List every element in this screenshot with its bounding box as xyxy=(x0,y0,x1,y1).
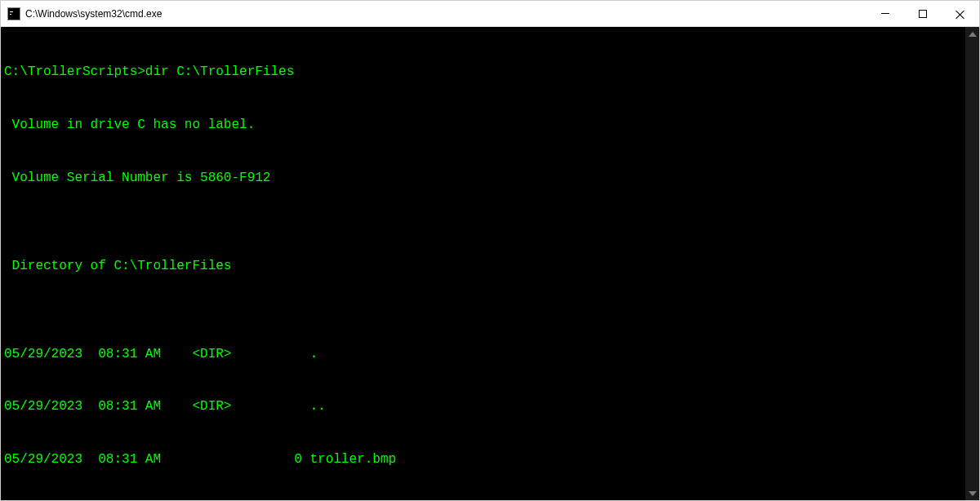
maximize-button[interactable] xyxy=(904,1,942,26)
minimize-button[interactable] xyxy=(866,1,904,26)
window-controls xyxy=(866,1,979,26)
close-button[interactable] xyxy=(942,1,979,26)
minimize-icon xyxy=(881,13,889,14)
scroll-up-arrow-icon[interactable] xyxy=(965,27,979,41)
scrollbar-track[interactable] xyxy=(965,27,979,500)
terminal-line: 05/29/2023 08:31 AM 0 troller.bmp xyxy=(4,451,976,469)
terminal-line: 05/29/2023 08:31 AM <DIR> . xyxy=(4,346,976,364)
close-icon xyxy=(956,9,965,19)
maximize-icon xyxy=(919,10,927,18)
terminal-line: Volume Serial Number is 5860-F912 xyxy=(4,170,976,188)
terminal-line: Directory of C:\TrollerFiles xyxy=(4,258,976,276)
titlebar[interactable]: C:\Windows\system32\cmd.exe xyxy=(1,1,979,27)
cmd-icon xyxy=(7,7,20,20)
terminal-line: Volume in drive C has no label. xyxy=(4,117,976,135)
terminal-line: 05/29/2023 08:31 AM <DIR> .. xyxy=(4,398,976,416)
scroll-down-arrow-icon[interactable] xyxy=(965,486,979,500)
window-title: C:\Windows\system32\cmd.exe xyxy=(25,8,866,20)
terminal-line: C:\TrollerScripts>dir C:\TrollerFiles xyxy=(4,64,976,82)
terminal-output[interactable]: C:\TrollerScripts>dir C:\TrollerFiles Vo… xyxy=(1,27,979,500)
